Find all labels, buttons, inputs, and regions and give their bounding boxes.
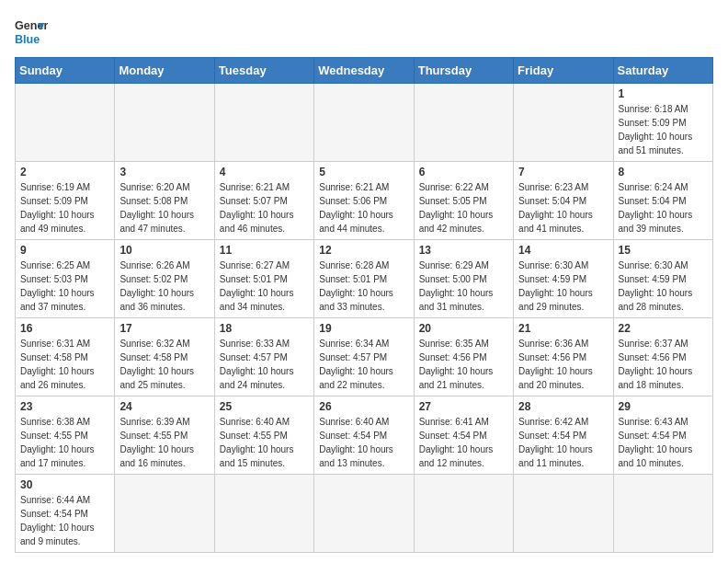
- day-info: Sunrise: 6:42 AM Sunset: 4:54 PM Dayligh…: [518, 415, 608, 470]
- day-number: 5: [319, 166, 408, 178]
- calendar-row-5: 23Sunrise: 6:38 AM Sunset: 4:55 PM Dayli…: [16, 396, 713, 475]
- calendar-cell: 18Sunrise: 6:33 AM Sunset: 4:57 PM Dayli…: [214, 318, 313, 396]
- day-info: Sunrise: 6:40 AM Sunset: 4:54 PM Dayligh…: [319, 415, 408, 470]
- calendar-cell: [414, 475, 513, 553]
- calendar-cell: 9Sunrise: 6:25 AM Sunset: 5:03 PM Daylig…: [16, 240, 115, 318]
- day-info: Sunrise: 6:26 AM Sunset: 5:02 PM Dayligh…: [119, 259, 209, 314]
- calendar-cell: [414, 84, 513, 162]
- day-info: Sunrise: 6:37 AM Sunset: 4:56 PM Dayligh…: [619, 337, 708, 392]
- day-info: Sunrise: 6:32 AM Sunset: 4:58 PM Dayligh…: [119, 337, 209, 392]
- weekday-header-monday: Monday: [115, 58, 214, 84]
- calendar-cell: 24Sunrise: 6:39 AM Sunset: 4:55 PM Dayli…: [115, 396, 214, 475]
- day-number: 4: [220, 166, 309, 178]
- day-number: 12: [319, 244, 408, 257]
- day-number: 6: [419, 166, 508, 178]
- calendar-cell: [314, 475, 414, 553]
- day-info: Sunrise: 6:28 AM Sunset: 5:01 PM Dayligh…: [319, 259, 408, 314]
- day-info: Sunrise: 6:30 AM Sunset: 4:59 PM Dayligh…: [518, 259, 608, 314]
- calendar-cell: [115, 475, 214, 553]
- day-info: Sunrise: 6:43 AM Sunset: 4:54 PM Dayligh…: [619, 415, 708, 470]
- calendar-cell: 11Sunrise: 6:27 AM Sunset: 5:01 PM Dayli…: [214, 240, 313, 318]
- calendar-cell: 19Sunrise: 6:34 AM Sunset: 4:57 PM Dayli…: [314, 318, 414, 396]
- day-number: 29: [619, 400, 708, 413]
- weekday-header-saturday: Saturday: [613, 58, 712, 84]
- calendar-cell: 15Sunrise: 6:30 AM Sunset: 4:59 PM Dayli…: [613, 240, 712, 318]
- day-number: 3: [119, 166, 209, 178]
- weekday-header-sunday: Sunday: [16, 58, 115, 84]
- page-header: General Blue: [15, 15, 713, 48]
- day-number: 24: [119, 400, 209, 413]
- day-info: Sunrise: 6:21 AM Sunset: 5:07 PM Dayligh…: [220, 180, 309, 236]
- day-number: 25: [220, 400, 309, 413]
- calendar-cell: 30Sunrise: 6:44 AM Sunset: 4:54 PM Dayli…: [16, 475, 115, 553]
- calendar-cell: 16Sunrise: 6:31 AM Sunset: 4:58 PM Dayli…: [16, 318, 115, 396]
- day-number: 23: [20, 400, 109, 413]
- day-info: Sunrise: 6:21 AM Sunset: 5:06 PM Dayligh…: [319, 180, 408, 236]
- day-info: Sunrise: 6:25 AM Sunset: 5:03 PM Dayligh…: [20, 259, 109, 314]
- logo: General Blue: [15, 15, 48, 48]
- calendar-cell: [214, 475, 313, 553]
- day-info: Sunrise: 6:22 AM Sunset: 5:05 PM Dayligh…: [419, 180, 508, 236]
- day-info: Sunrise: 6:35 AM Sunset: 4:56 PM Dayligh…: [419, 337, 508, 392]
- day-number: 18: [220, 322, 309, 335]
- day-info: Sunrise: 6:34 AM Sunset: 4:57 PM Dayligh…: [319, 337, 408, 392]
- day-info: Sunrise: 6:20 AM Sunset: 5:08 PM Dayligh…: [119, 180, 209, 236]
- calendar-row-2: 2Sunrise: 6:19 AM Sunset: 5:09 PM Daylig…: [16, 162, 713, 240]
- calendar-cell: [314, 84, 414, 162]
- calendar-cell: [613, 475, 712, 553]
- calendar-cell: 29Sunrise: 6:43 AM Sunset: 4:54 PM Dayli…: [613, 396, 712, 475]
- day-info: Sunrise: 6:29 AM Sunset: 5:00 PM Dayligh…: [419, 259, 508, 314]
- calendar-row-3: 9Sunrise: 6:25 AM Sunset: 5:03 PM Daylig…: [16, 240, 713, 318]
- weekday-header-tuesday: Tuesday: [214, 58, 313, 84]
- calendar-cell: [115, 84, 214, 162]
- day-info: Sunrise: 6:38 AM Sunset: 4:55 PM Dayligh…: [20, 415, 109, 470]
- calendar-cell: 8Sunrise: 6:24 AM Sunset: 5:04 PM Daylig…: [613, 162, 712, 240]
- calendar-cell: [514, 475, 613, 553]
- day-number: 10: [119, 244, 209, 257]
- calendar-cell: 6Sunrise: 6:22 AM Sunset: 5:05 PM Daylig…: [414, 162, 513, 240]
- day-number: 1: [619, 87, 708, 100]
- day-info: Sunrise: 6:19 AM Sunset: 5:09 PM Dayligh…: [20, 180, 109, 236]
- day-info: Sunrise: 6:27 AM Sunset: 5:01 PM Dayligh…: [220, 259, 309, 314]
- calendar-cell: 1Sunrise: 6:18 AM Sunset: 5:09 PM Daylig…: [613, 84, 712, 162]
- day-info: Sunrise: 6:30 AM Sunset: 4:59 PM Dayligh…: [619, 259, 708, 314]
- weekday-header-wednesday: Wednesday: [314, 58, 414, 84]
- day-number: 30: [20, 478, 109, 491]
- day-number: 17: [119, 322, 209, 335]
- day-number: 22: [619, 322, 708, 335]
- calendar-cell: [214, 84, 313, 162]
- day-number: 21: [518, 322, 608, 335]
- day-number: 13: [419, 244, 508, 257]
- calendar-cell: 10Sunrise: 6:26 AM Sunset: 5:02 PM Dayli…: [115, 240, 214, 318]
- calendar-cell: 20Sunrise: 6:35 AM Sunset: 4:56 PM Dayli…: [414, 318, 513, 396]
- day-info: Sunrise: 6:31 AM Sunset: 4:58 PM Dayligh…: [20, 337, 109, 392]
- calendar-cell: 7Sunrise: 6:23 AM Sunset: 5:04 PM Daylig…: [514, 162, 613, 240]
- day-number: 2: [20, 166, 109, 178]
- day-number: 15: [619, 244, 708, 257]
- calendar-cell: 26Sunrise: 6:40 AM Sunset: 4:54 PM Dayli…: [314, 396, 414, 475]
- day-number: 20: [419, 322, 508, 335]
- day-number: 28: [518, 400, 608, 413]
- day-number: 14: [518, 244, 608, 257]
- calendar-cell: 28Sunrise: 6:42 AM Sunset: 4:54 PM Dayli…: [514, 396, 613, 475]
- day-info: Sunrise: 6:39 AM Sunset: 4:55 PM Dayligh…: [119, 415, 209, 470]
- day-number: 9: [20, 244, 109, 257]
- day-info: Sunrise: 6:18 AM Sunset: 5:09 PM Dayligh…: [619, 102, 708, 157]
- day-number: 27: [419, 400, 508, 413]
- day-number: 16: [20, 322, 109, 335]
- general-blue-logo-icon: General Blue: [15, 15, 48, 48]
- calendar-row-4: 16Sunrise: 6:31 AM Sunset: 4:58 PM Dayli…: [16, 318, 713, 396]
- calendar-cell: 14Sunrise: 6:30 AM Sunset: 4:59 PM Dayli…: [514, 240, 613, 318]
- day-info: Sunrise: 6:36 AM Sunset: 4:56 PM Dayligh…: [518, 337, 608, 392]
- weekday-header-friday: Friday: [514, 58, 613, 84]
- weekday-header-row: SundayMondayTuesdayWednesdayThursdayFrid…: [16, 58, 713, 84]
- weekday-header-thursday: Thursday: [414, 58, 513, 84]
- calendar-cell: 25Sunrise: 6:40 AM Sunset: 4:55 PM Dayli…: [214, 396, 313, 475]
- calendar-table: SundayMondayTuesdayWednesdayThursdayFrid…: [15, 57, 713, 553]
- day-number: 7: [518, 166, 608, 178]
- calendar-cell: [514, 84, 613, 162]
- day-info: Sunrise: 6:44 AM Sunset: 4:54 PM Dayligh…: [20, 493, 109, 548]
- day-info: Sunrise: 6:40 AM Sunset: 4:55 PM Dayligh…: [220, 415, 309, 470]
- day-info: Sunrise: 6:33 AM Sunset: 4:57 PM Dayligh…: [220, 337, 309, 392]
- calendar-cell: 23Sunrise: 6:38 AM Sunset: 4:55 PM Dayli…: [16, 396, 115, 475]
